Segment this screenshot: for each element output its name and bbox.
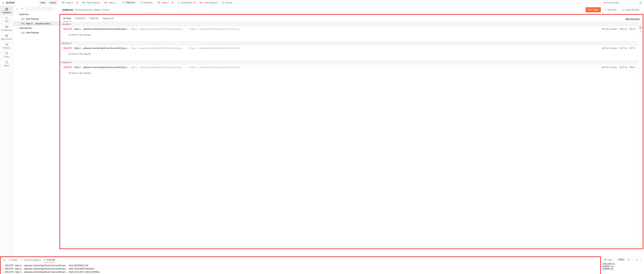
- console-line[interactable]: ▸ DELETE https://….atlassian.net/rest/ap…: [1, 264, 600, 267]
- tree-item[interactable]: DELhttps://….atlassian.net/re…: [13, 21, 60, 26]
- nav-rail: Collections APIs Environments Mock Serve…: [0, 6, 13, 256]
- iteration-header: Iteration 2: [60, 41, 638, 46]
- svg-rect-21: [6, 35, 8, 36]
- tab-skipped[interactable]: Skipped (0): [102, 16, 114, 22]
- nav-history[interactable]: History: [0, 59, 13, 68]
- more-icon[interactable]: [632, 258, 634, 261]
- run-again-button[interactable]: Run Again: [586, 7, 601, 12]
- svg-rect-14: [6, 8, 8, 9]
- iteration-nav-1[interactable]: 1: [638, 22, 643, 26]
- iteration-header: Iteration 1: [60, 22, 638, 26]
- workspace-title[interactable]: JiraTest: [6, 1, 14, 4]
- method-badge: DEL: [104, 2, 108, 4]
- copy-icon[interactable]: [628, 258, 630, 261]
- clear-console-button[interactable]: Clear: [617, 258, 626, 262]
- find-replace[interactable]: Find and Replace: [21, 259, 41, 261]
- method-badge: GET: [82, 2, 86, 4]
- tab-request-4[interactable]: DELhttps://…: [155, 0, 176, 5]
- request-url: https://….atlassian.net/rest/api/3/user?…: [74, 66, 129, 68]
- close-console-icon[interactable]: [640, 258, 642, 261]
- tab-request-3[interactable]: DELhttps://…: [102, 0, 120, 5]
- svg-point-10: [242, 2, 242, 3]
- svg-rect-19: [6, 26, 8, 28]
- svg-line-51: [637, 259, 638, 260]
- unsaved-dot-icon: [76, 2, 78, 3]
- response-size: 907 B: [630, 47, 635, 50]
- tab-runner-datdriven-active[interactable]: DatDriven: [120, 0, 138, 5]
- view-summary-link[interactable]: View Summary: [626, 18, 640, 20]
- iteration-header: Iteration 3: [60, 60, 638, 64]
- expand-icon[interactable]: ▸: [3, 271, 4, 273]
- tab-request-2[interactable]: GETNew Request: [80, 0, 102, 5]
- status-code: 204 No Content: [602, 47, 617, 50]
- tree-folder-datdriven[interactable]: DatDriven: [13, 12, 60, 16]
- svg-point-41: [9, 259, 10, 261]
- tab-failed[interactable]: Failed (0): [90, 16, 99, 22]
- tab-all-tests[interactable]: All Tests: [63, 16, 71, 22]
- request-row[interactable]: DELETE https://….atlassian.net/rest/api/…: [60, 26, 638, 32]
- new-button[interactable]: New: [39, 1, 47, 5]
- tab-passed[interactable]: Passed (0): [75, 16, 85, 22]
- status-code: 204 No Content: [602, 28, 617, 30]
- svg-point-28: [6, 54, 7, 54]
- tabs-right-actions: [235, 0, 245, 5]
- import-button[interactable]: Import: [48, 1, 58, 5]
- nav-environments[interactable]: Environments: [0, 24, 13, 33]
- response-size: 906 B: [630, 66, 635, 68]
- play-icon: [140, 2, 142, 4]
- person-icon: [2, 2, 4, 4]
- request-row[interactable]: DELETE https://….atlassian.net/rest/api/…: [60, 46, 638, 51]
- filter-icon[interactable]: [20, 6, 25, 11]
- method-badge: DEL: [158, 2, 161, 4]
- sidebar-toggle-icon[interactable]: [3, 259, 6, 261]
- tree-item[interactable]: DELNew Request: [13, 30, 60, 35]
- tab-collection[interactable]: Testcollectio: [176, 0, 198, 5]
- export-results-button[interactable]: Export Results: [620, 7, 641, 12]
- open-external-icon[interactable]: [636, 258, 638, 261]
- tab-runner-datdriven-2[interactable]: DatDriven: [138, 0, 155, 5]
- svg-marker-4: [141, 2, 141, 3]
- nav-apis[interactable]: APIs: [0, 15, 13, 24]
- iteration-nav-3[interactable]: 3: [638, 30, 643, 34]
- console-line[interactable]: ▸ DELETE https://….atlassian.net/rest/ap…: [1, 267, 600, 270]
- expand-icon[interactable]: ▸: [3, 264, 4, 266]
- more-icon[interactable]: [53, 6, 58, 11]
- folder-icon: [178, 2, 180, 4]
- more-icon[interactable]: [241, 2, 243, 4]
- nav-collections[interactable]: Collections: [0, 6, 13, 15]
- add-tab-icon[interactable]: [237, 2, 239, 4]
- no-tests-label: No tests in this request.: [60, 51, 638, 60]
- tab-request-1[interactable]: GEThttps://…: [60, 0, 80, 5]
- tab-request-5[interactable]: DELNew Request: [198, 0, 220, 5]
- tree-item[interactable]: GETNew Request: [13, 16, 60, 21]
- response-time: 1327 ms: [619, 47, 628, 50]
- environment-quicklook-icon[interactable]: [637, 0, 644, 5]
- nav-monitors[interactable]: Monitors: [0, 42, 13, 50]
- console-highlight-frame: Online Find and Replace Console ▸ DELETE…: [0, 256, 601, 274]
- svg-point-11: [242, 2, 243, 3]
- unsaved-dot-icon: [172, 2, 173, 3]
- nav-mock-servers[interactable]: Mock Servers: [0, 33, 13, 42]
- iteration-nav-2[interactable]: 2: [638, 26, 643, 30]
- console-lines: ▸ DELETE https://….atlassian.net/rest/ap…: [1, 263, 600, 274]
- expand-icon[interactable]: ▸: [3, 268, 4, 270]
- tab-runner[interactable]: Runner: [220, 0, 235, 5]
- svg-rect-47: [628, 259, 629, 260]
- create-collection-icon[interactable]: [15, 6, 20, 11]
- console-tab[interactable]: Console: [44, 258, 55, 263]
- environment-select[interactable]: No Environment: [601, 0, 637, 5]
- tree-folder-testcollection[interactable]: Testcollection: [13, 26, 60, 30]
- svg-rect-15: [6, 10, 8, 10]
- request-row[interactable]: DELETE https://….atlassian.net/rest/api/…: [60, 64, 638, 70]
- iterations-list: Iteration 1 DELETE https://….atlassian.n…: [60, 22, 638, 248]
- chevron-down-icon: [612, 258, 615, 261]
- new-run-button[interactable]: New Run: [602, 7, 618, 12]
- collections-search[interactable]: [26, 6, 52, 11]
- nav-flows[interactable]: Flows: [0, 50, 13, 59]
- svg-point-24: [6, 36, 6, 36]
- svg-marker-6: [223, 2, 224, 3]
- method-badge: GET: [62, 2, 66, 4]
- online-status[interactable]: Online: [8, 259, 18, 261]
- all-logs-dropdown[interactable]: All Logs: [604, 258, 615, 261]
- console-line[interactable]: ▸ DELETE https://….atlassian.net/rest/ap…: [1, 270, 600, 274]
